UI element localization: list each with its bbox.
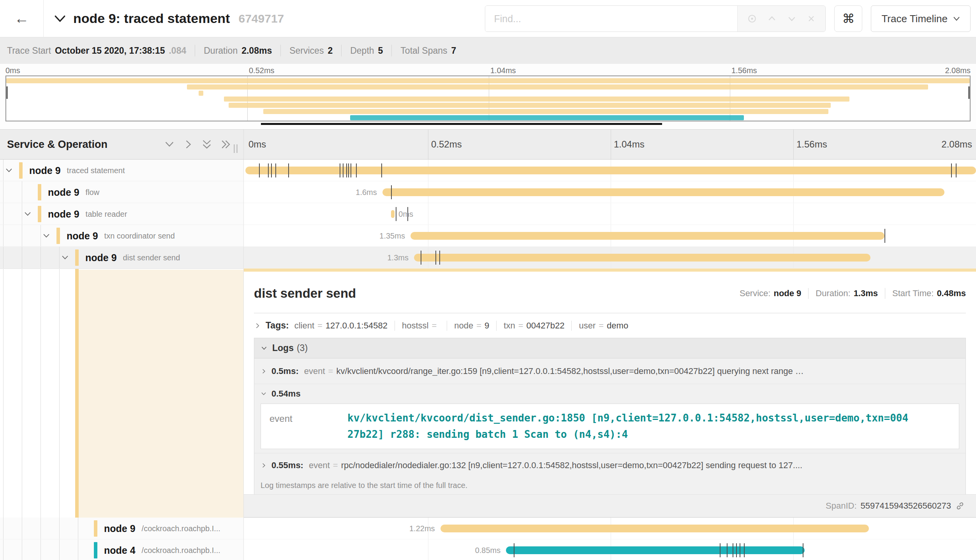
tag-item: hostssl= [402, 321, 440, 331]
logs-footnote: Log timestamps are relative to the start… [254, 477, 965, 494]
view-selector-button[interactable]: Trace Timeline [871, 5, 971, 32]
log-entry-expanded-header[interactable]: 0.54ms [254, 384, 965, 404]
span-row[interactable]: node 9table reader0ms [0, 203, 976, 225]
log-entry[interactable]: 0.55ms: event = rpc/nodedialer/nodediale… [254, 453, 965, 477]
span-tree-cell[interactable]: node 9traced statement [0, 160, 244, 181]
collapse-trace-chevron-icon[interactable] [54, 14, 66, 23]
span-row[interactable]: node 9flow1.6ms [0, 181, 976, 203]
keyboard-shortcuts-button[interactable]: ⌘ [834, 5, 862, 32]
span-gantt-cell[interactable]: 0.85ms [244, 539, 976, 560]
log-field-value: kv/kvclient/kvcoord/dist_sender.go:1850 … [347, 410, 909, 442]
span-row[interactable]: node 9/cockroach.roachpb.I...1.22ms [0, 518, 976, 539]
find-clear-icon[interactable] [806, 14, 816, 24]
command-icon: ⌘ [842, 11, 854, 26]
find-box [485, 5, 826, 32]
span-service-name: node 4 [104, 545, 136, 556]
span-tree-cell[interactable]: node 9txn coordinator send [0, 225, 244, 247]
span-duration-bar[interactable] [506, 546, 805, 554]
find-prev-icon[interactable] [766, 13, 777, 24]
minimap-scroll-indicator[interactable] [261, 123, 662, 125]
ruler-tick-label: 0.52ms [431, 139, 462, 150]
span-tree-cell[interactable]: node 9flow [0, 181, 244, 203]
span-row[interactable]: node 9dist sender send1.3ms [0, 247, 976, 269]
minimap-span-bar [350, 115, 744, 120]
span-row[interactable]: node 4/cockroach.roachpb.I...0.85ms [0, 539, 976, 560]
span-row[interactable]: node 9traced statement [0, 160, 976, 181]
expand-all-icon[interactable] [220, 139, 231, 150]
log-marker-tick [733, 543, 733, 557]
span-toggle-icon[interactable] [61, 253, 69, 262]
divider [254, 313, 966, 313]
chevron-right-icon [261, 368, 267, 374]
span-duration-bar[interactable] [410, 232, 885, 240]
match-scope-icon[interactable] [747, 13, 758, 24]
tag-item: client=127.0.0.1:54582 [294, 321, 388, 331]
span-color-band [75, 269, 79, 518]
back-arrow-icon: ← [14, 10, 29, 27]
log-marker-tick [346, 163, 347, 177]
span-gantt-cell[interactable]: 1.22ms [244, 518, 976, 539]
span-color-bar [19, 162, 23, 179]
span-id-value: 5597415943526560273 [861, 501, 951, 511]
span-tree-cell[interactable]: node 9/cockroach.roachpb.I... [0, 518, 244, 539]
indent-guide [59, 518, 60, 539]
find-next-icon[interactable] [786, 13, 797, 24]
span-duration-bar[interactable] [245, 167, 976, 174]
log-marker-tick [396, 207, 396, 221]
divider [808, 288, 809, 299]
span-duration-bar[interactable] [382, 188, 944, 196]
span-row-label: node 9flow [48, 181, 99, 203]
span-gantt-cell[interactable] [244, 160, 976, 181]
span-duration-label: 1.3ms [387, 253, 408, 262]
collapse-one-icon[interactable] [164, 139, 175, 150]
log-entry[interactable]: 0.5ms: event = kv/kvclient/kvcoord/range… [254, 358, 965, 384]
log-field-value: kv/kvclient/kvcoord/range_iter.go:159 [n… [336, 366, 803, 376]
span-duration-bar[interactable] [391, 210, 395, 218]
span-tree-cell[interactable]: node 4/cockroach.roachpb.I... [0, 539, 244, 560]
span-gantt-cell[interactable]: 1.3ms [244, 247, 976, 269]
span-gantt-cell[interactable]: 1.35ms [244, 225, 976, 247]
span-gantt-cell[interactable]: 1.6ms [244, 181, 976, 203]
span-gantt-cell[interactable]: 0ms [244, 203, 976, 225]
log-marker-tick [421, 251, 421, 265]
span-tree-cell[interactable]: node 9table reader [0, 203, 244, 225]
log-marker-tick [271, 163, 272, 177]
tags-label: Tags: [266, 320, 289, 331]
span-toggle-icon[interactable] [5, 166, 13, 175]
expand-one-icon[interactable] [182, 139, 194, 150]
indent-guide [41, 539, 41, 560]
span-row[interactable]: node 9txn coordinator send1.35ms [0, 225, 976, 247]
minimap-left-handle[interactable] [6, 86, 8, 99]
span-rows-bottom: node 9/cockroach.roachpb.I...1.22msnode … [0, 518, 976, 560]
span-duration-bar[interactable] [414, 254, 871, 262]
logs-header[interactable]: Logs (3) [254, 338, 965, 358]
span-detail-meta: Service: node 9 Duration: 1.3ms Start Ti… [740, 288, 966, 299]
indent-guide [22, 269, 22, 518]
log-marker-tick [956, 163, 957, 177]
span-row-label: node 9/cockroach.roachpb.I... [104, 518, 220, 539]
span-toggle-icon[interactable] [23, 210, 32, 218]
indent-guide [22, 181, 22, 203]
trace-start: Trace Start October 15 2020, 17:38:15.08… [7, 46, 186, 56]
find-input[interactable] [485, 6, 737, 32]
span-color-bar [38, 206, 41, 222]
tags-row[interactable]: Tags: client=127.0.0.1:54582 hostssl= no… [254, 320, 966, 331]
column-resizer[interactable] [234, 144, 238, 153]
minimap-right-handle[interactable] [968, 86, 970, 99]
trace-services: Services 2 [289, 46, 333, 56]
ruler-gridline [793, 130, 794, 159]
back-button[interactable]: ← [0, 0, 44, 37]
link-icon[interactable] [955, 501, 965, 511]
tree-column-title: Service & Operation [7, 139, 107, 151]
span-id-label: SpanID: [826, 501, 857, 511]
divider [391, 45, 392, 56]
log-field-key: event [304, 366, 325, 376]
span-operation-name: traced statement [67, 166, 125, 175]
span-toggle-icon[interactable] [42, 232, 51, 240]
span-color-bar [94, 520, 97, 537]
collapse-all-icon[interactable] [201, 139, 213, 150]
span-duration-bar[interactable] [440, 525, 869, 532]
minimap-canvas[interactable] [5, 75, 971, 121]
span-row-label: node 9txn coordinator send [67, 225, 175, 247]
span-tree-cell[interactable]: node 9dist sender send [0, 247, 244, 269]
